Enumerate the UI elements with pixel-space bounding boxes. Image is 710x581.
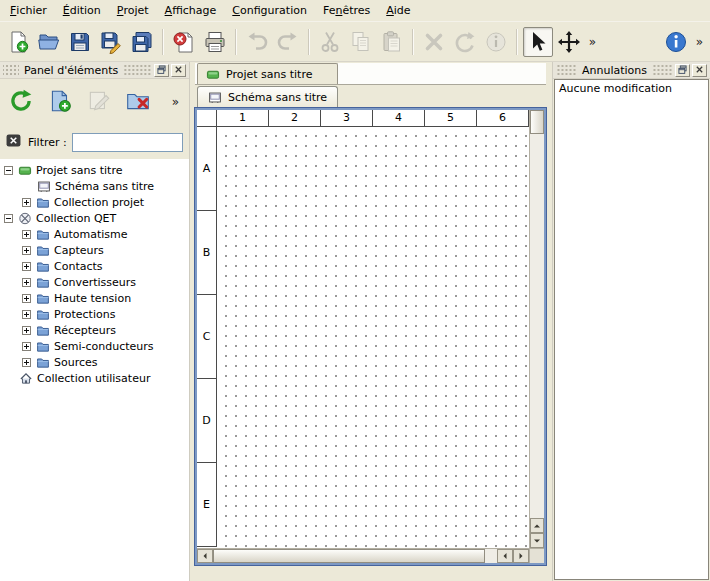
tab-schema-sans-titre[interactable]: Schéma sans titre xyxy=(197,86,338,108)
tree-item[interactable]: Convertisseurs xyxy=(0,274,189,290)
dock-grip xyxy=(652,64,673,76)
delete-element-button[interactable] xyxy=(122,86,154,118)
scroll-left-button-2[interactable] xyxy=(497,549,513,563)
dock-grip xyxy=(556,64,577,76)
tree-item[interactable]: Collection utilisateur xyxy=(0,370,189,386)
menu-bar: FichierÉditionProjetAffichageConfigurati… xyxy=(0,0,710,22)
tree-item[interactable]: Collection projet xyxy=(0,194,189,210)
tree-expander[interactable] xyxy=(22,230,31,239)
float-icon xyxy=(157,64,166,77)
redo-button[interactable] xyxy=(273,27,303,57)
paste-button[interactable] xyxy=(377,27,407,57)
tree-item[interactable]: Schéma sans titre xyxy=(0,178,189,194)
tree-item[interactable]: Projet sans titre xyxy=(0,162,189,178)
element-infos-button[interactable] xyxy=(481,27,511,57)
open-document-button[interactable] xyxy=(34,27,64,57)
tree-item[interactable]: Collection QET xyxy=(0,210,189,226)
horizontal-scrollbar xyxy=(197,548,529,563)
info-blue-icon xyxy=(664,30,688,54)
clear-filter-button[interactable] xyxy=(4,134,23,151)
pan-mode-button[interactable] xyxy=(554,27,584,57)
tree-expander[interactable] xyxy=(22,262,31,271)
menu-affichage[interactable]: Affichage xyxy=(157,0,225,21)
tree-expander[interactable] xyxy=(22,294,31,303)
edit-element-button[interactable] xyxy=(83,86,115,118)
filter-input[interactable] xyxy=(72,133,183,152)
float-undo-panel-button[interactable] xyxy=(675,64,690,77)
tree-item[interactable]: Automatisme xyxy=(0,226,189,242)
column-header: 4 xyxy=(373,110,425,127)
vscroll-track[interactable] xyxy=(530,134,544,518)
elements-panel-title: Panel d'éléments xyxy=(19,64,123,77)
delete-button[interactable] xyxy=(419,27,449,57)
float-elements-panel-button[interactable] xyxy=(154,64,169,77)
menu-fenetres[interactable]: Fenêtres xyxy=(315,0,378,21)
hscroll-track[interactable] xyxy=(485,549,497,563)
print-button[interactable] xyxy=(200,27,230,57)
reload-collections-button[interactable] xyxy=(5,86,37,118)
select-mode-button[interactable] xyxy=(523,27,553,57)
new-element-button[interactable] xyxy=(44,86,76,118)
tree-expander[interactable] xyxy=(22,246,31,255)
save-button[interactable] xyxy=(65,27,95,57)
new-doc-icon xyxy=(6,30,30,54)
undo-button[interactable] xyxy=(242,27,272,57)
elements-toolbar-overflow-button[interactable]: » xyxy=(167,95,184,109)
tree-expander[interactable] xyxy=(4,214,13,223)
schema-tab-bar: Schéma sans titre xyxy=(195,85,546,108)
tree-expander[interactable] xyxy=(22,326,31,335)
menu-configuration[interactable]: Configuration xyxy=(224,0,315,21)
menu-edition[interactable]: Édition xyxy=(55,0,109,21)
tab-projet-sans-titre[interactable]: Projet sans titre xyxy=(197,63,338,84)
scroll-left-button[interactable] xyxy=(197,549,213,563)
scroll-right-button[interactable] xyxy=(513,549,529,563)
edit-element-icon xyxy=(86,88,112,117)
close-undo-panel-button[interactable] xyxy=(692,64,707,77)
tree-item[interactable]: Protections xyxy=(0,306,189,322)
tree-expander[interactable] xyxy=(22,198,31,207)
menu-aide[interactable]: Aide xyxy=(378,0,418,21)
save-as-button[interactable] xyxy=(96,27,126,57)
vertical-scrollbar xyxy=(529,110,544,548)
undo-panel-titlebar[interactable]: Annulations xyxy=(553,62,710,79)
select-arrow-icon xyxy=(526,30,550,54)
toolbar-overflow-1-button[interactable]: » xyxy=(585,27,600,57)
cut-icon xyxy=(318,30,342,54)
about-info-button[interactable] xyxy=(661,27,691,57)
elements-panel-titlebar[interactable]: Panel d'éléments xyxy=(0,62,189,79)
toolbar-overflow-2-button[interactable]: » xyxy=(692,27,707,57)
tree-expander[interactable] xyxy=(4,166,13,175)
tree-item[interactable]: Capteurs xyxy=(0,242,189,258)
tree-item-label: Collection projet xyxy=(52,196,144,209)
scroll-up-button[interactable] xyxy=(530,518,544,533)
new-document-button[interactable] xyxy=(3,27,33,57)
close-file-button[interactable] xyxy=(169,27,199,57)
tree-expander[interactable] xyxy=(22,278,31,287)
qet-icon xyxy=(16,212,34,225)
copy-button[interactable] xyxy=(346,27,376,57)
menu-projet[interactable]: Projet xyxy=(109,0,157,21)
tree-item[interactable]: Sources xyxy=(0,354,189,370)
rotate-button[interactable] xyxy=(450,27,480,57)
tree-item[interactable]: Semi-conducteurs xyxy=(0,338,189,354)
refresh-icon xyxy=(8,88,34,117)
undo-list[interactable]: Aucune modification xyxy=(554,79,709,580)
vscroll-thumb[interactable] xyxy=(530,110,544,134)
tree-expander[interactable] xyxy=(22,342,31,351)
close-elements-panel-button[interactable] xyxy=(171,64,186,77)
tree-item-label: Protections xyxy=(52,308,115,321)
tree-item[interactable]: Récepteurs xyxy=(0,322,189,338)
menu-fichier[interactable]: Fichier xyxy=(2,0,55,21)
schema-grid[interactable] xyxy=(217,127,529,548)
save-all-button[interactable] xyxy=(127,27,157,57)
tree-item[interactable]: Haute tension xyxy=(0,290,189,306)
scroll-down-button[interactable] xyxy=(530,533,544,548)
folder-icon xyxy=(34,340,52,353)
tree-expander[interactable] xyxy=(22,358,31,367)
save-all-icon xyxy=(130,30,154,54)
hscroll-thumb[interactable] xyxy=(213,549,485,563)
tree-item[interactable]: Contacts xyxy=(0,258,189,274)
row-header: A xyxy=(197,127,217,211)
tree-expander[interactable] xyxy=(22,310,31,319)
cut-button[interactable] xyxy=(315,27,345,57)
